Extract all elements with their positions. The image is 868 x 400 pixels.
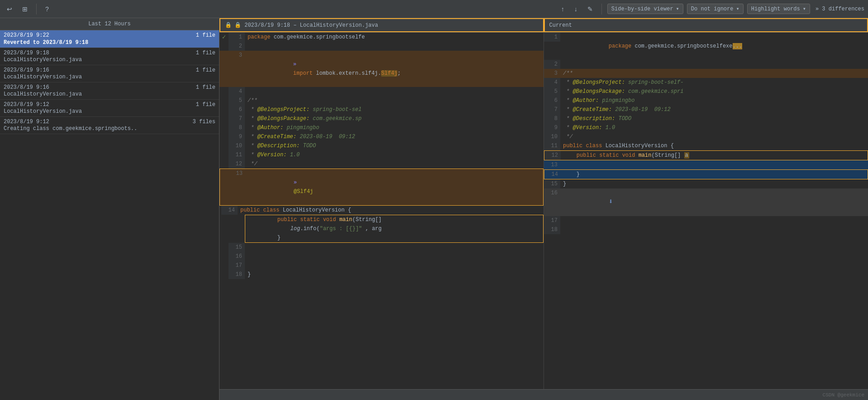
highlight-dropdown[interactable]: Highlight words ▾ xyxy=(747,4,810,14)
diff-headers: 🔒 🔒 2023/8/19 9:18 – LocalHistoryVersion… xyxy=(219,18,868,33)
left-line-8: 8 * @Author: pingmingbo xyxy=(219,123,544,132)
line-num-r1: 1 xyxy=(544,33,560,42)
history-item-3[interactable]: 2023/8/19 9:16 1 file LocalHistoryVersio… xyxy=(0,65,219,82)
line-num-l10: 10 xyxy=(229,141,245,150)
line-content-r8: * @Description: TODO xyxy=(560,114,868,123)
history-panel: Last 12 Hours 2023/8/19 9:22 1 file Reve… xyxy=(0,18,219,400)
chevron-down-icon-3: ▾ xyxy=(803,5,806,12)
history-item-4[interactable]: 2023/8/19 9:16 1 file LocalHistoryVersio… xyxy=(0,82,219,100)
line-content-l14: public class LocalHistoryVersion { xyxy=(238,206,544,215)
history-timestamp-4: 2023/8/19 9:16 xyxy=(4,84,49,91)
watermark: CSDN @geekmice xyxy=(823,392,864,398)
line-num-r5: 5 xyxy=(544,87,560,96)
left-line-6: 6 * @BelongsProject: spring-boot-sel xyxy=(219,105,544,114)
right-line-12: 12 public static void main(String[] a xyxy=(544,150,868,160)
history-filename-5: LocalHistoryVersion.java xyxy=(4,108,215,115)
right-line-17: 17 xyxy=(544,216,868,225)
edit-button[interactable]: ✎ xyxy=(584,4,596,14)
diff-left-panel: ✓ 1 package com.geekmice.springbootselfe… xyxy=(219,33,544,389)
left-line-7: 7 * @BelongsPackage: com.geekmice.sp xyxy=(219,114,544,123)
scroll-up-button[interactable]: ↑ xyxy=(558,4,568,14)
diff-right-panel: 1 package com.geekmice.springbootselfexe… xyxy=(544,33,868,389)
right-line-5: 5 * @BelongsPackage: com.geekmice.spri xyxy=(544,87,868,96)
history-item-2[interactable]: 2023/8/19 9:18 1 file LocalHistoryVersio… xyxy=(0,48,219,65)
line-num-r2: 2 xyxy=(544,60,560,69)
right-line-8: 8 * @Description: TODO xyxy=(544,114,868,123)
line-num-row-17: 17 xyxy=(219,261,544,270)
history-filename-6: Creating class com.geekmice.springboots.… xyxy=(4,125,215,132)
line-content-l9: * @CreateTime: 2023-08-19 09:12 xyxy=(245,132,544,141)
history-filecount-2: 1 file xyxy=(196,50,215,56)
history-item-5[interactable]: 2023/8/19 9:12 1 file LocalHistoryVersio… xyxy=(0,100,219,117)
chevron-down-icon: ▾ xyxy=(676,5,679,12)
line-content-l13: » @Slf4j xyxy=(245,169,543,205)
left-line-16: log.info("args : [{}]" , arg xyxy=(245,224,543,233)
left-line-5: 5 /** xyxy=(219,96,544,105)
down-merge-icon: ⬇ xyxy=(609,198,613,206)
line-content-r12: public static void main(String[] a xyxy=(561,151,868,160)
line-num-r17: 17 xyxy=(544,216,560,225)
left-code-area: ✓ 1 package com.geekmice.springbootselfe… xyxy=(219,33,544,279)
diff-content[interactable]: ✓ 1 package com.geekmice.springbootselfe… xyxy=(219,33,868,389)
left-line-12: 12 */ xyxy=(219,159,544,169)
line-num-r7: 7 xyxy=(544,105,560,114)
ignore-dropdown[interactable]: Do not ignore ▾ xyxy=(687,4,744,14)
right-line-7: 7 * @CreateTime: 2023-08-19 09:12 xyxy=(544,105,868,114)
history-timestamp-1: 2023/8/19 9:22 xyxy=(4,32,49,39)
line-content-l6: * @BelongsProject: spring-boot-sel xyxy=(245,105,544,114)
history-timestamp-5: 2023/8/19 9:12 xyxy=(4,101,49,108)
line-num-r18: 18 xyxy=(544,225,560,234)
line-content-l5: /** xyxy=(245,96,544,105)
history-timestamp-2: 2023/8/19 9:18 xyxy=(4,50,49,56)
line-num-row-15: 15 xyxy=(219,243,544,252)
scroll-down-button[interactable]: ↓ xyxy=(571,4,581,14)
line-content-r9: * @Version: 1.0 xyxy=(560,123,868,132)
layout-button[interactable]: ⊞ xyxy=(19,4,31,14)
viewer-dropdown-label: Side-by-side viewer xyxy=(611,6,673,12)
right-line-14: 14 } xyxy=(544,169,868,179)
chevron-down-icon-2: ▾ xyxy=(736,5,739,12)
history-item-6[interactable]: 2023/8/19 9:12 3 files Creating class co… xyxy=(0,117,219,134)
ignore-dropdown-label: Do not ignore xyxy=(691,6,734,12)
diff-panel: 🔒 🔒 2023/8/19 9:18 – LocalHistoryVersion… xyxy=(219,18,868,400)
separator-1 xyxy=(36,4,37,14)
viewer-dropdown[interactable]: Side-by-side viewer ▾ xyxy=(607,4,683,14)
line-num-l3: 3 xyxy=(229,51,245,60)
history-header: Last 12 Hours xyxy=(0,18,219,30)
line-num-row-18: 18 } xyxy=(219,270,544,279)
history-filecount-5: 1 file xyxy=(196,101,215,108)
line-num-l9: 9 xyxy=(229,132,245,141)
line-num-l14: 14 xyxy=(221,206,238,215)
left-line-15: public static void main(String[] xyxy=(245,215,543,224)
line-content-l8: * @Author: pingmingbo xyxy=(245,123,544,132)
line-num-r12: 12 xyxy=(544,151,561,160)
line-content-l7: * @BelongsPackage: com.geekmice.sp xyxy=(245,114,544,123)
left-line-1: ✓ 1 package com.geekmice.springbootselfe xyxy=(219,33,544,42)
line-num-l6: 6 xyxy=(229,105,245,114)
line-num-l4: 4 xyxy=(229,87,245,96)
left-line-10: 10 * @Description: TODO xyxy=(219,141,544,150)
line-content-r1: package com.geekmice.springbootselfexe..… xyxy=(560,33,868,60)
line-content-l3: » import lombok.extern.slf4j.Slf4j; xyxy=(245,51,544,87)
history-filename-2: LocalHistoryVersion.java xyxy=(4,57,215,63)
line-num-r8: 8 xyxy=(544,114,560,123)
line-content-l12: */ xyxy=(245,159,544,169)
right-line-11: 11 public class LocalHistoryVersion { xyxy=(544,141,868,150)
expand-icon-l3: » xyxy=(293,61,296,67)
line-num-r6: 6 xyxy=(544,96,560,105)
left-line-13: 13 » @Slf4j xyxy=(219,169,544,206)
line-num-r16: 16 xyxy=(544,188,560,198)
right-line-6: 6 * @Author: pingmingbo xyxy=(544,96,868,105)
diff-header-right: Current xyxy=(544,18,868,32)
line-content-l10: * @Description: TODO xyxy=(245,141,544,150)
line-content-l17: } xyxy=(262,233,543,242)
right-line-1: 1 package com.geekmice.springbootselfexe… xyxy=(544,33,868,60)
history-item-1[interactable]: 2023/8/19 9:22 1 file Reverted to 2023/8… xyxy=(0,30,219,48)
history-filecount-1: 1 file xyxy=(196,32,215,39)
undo-button[interactable]: ↩ xyxy=(4,4,15,14)
bottom-bar: CSDN @geekmice xyxy=(219,389,868,400)
help-button[interactable]: ? xyxy=(42,4,52,14)
line-num-l7: 7 xyxy=(229,114,245,123)
history-filecount-3: 1 file xyxy=(196,67,215,73)
line-num-r15: 15 xyxy=(544,179,560,188)
